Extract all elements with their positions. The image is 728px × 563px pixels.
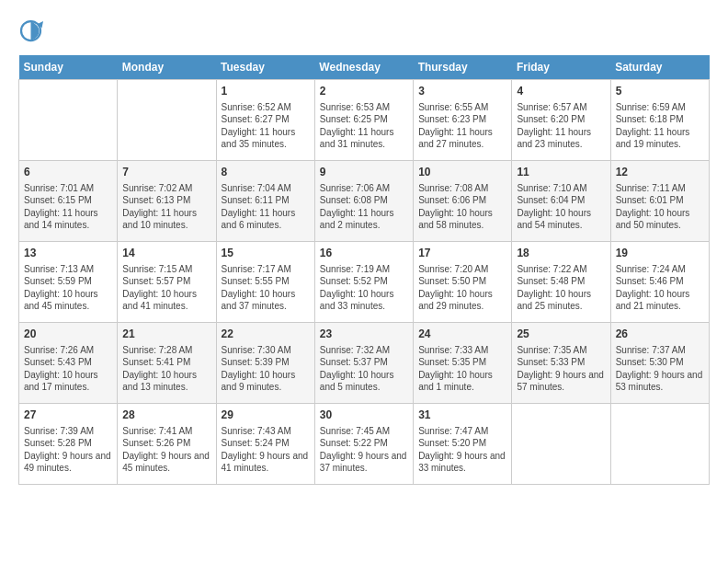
calendar-cell: 1Sunrise: 6:52 AM Sunset: 6:27 PM Daylig… [216, 80, 314, 161]
day-info: Sunrise: 7:37 AM Sunset: 5:30 PM Dayligh… [616, 344, 704, 394]
day-info: Sunrise: 7:06 AM Sunset: 6:08 PM Dayligh… [320, 182, 408, 232]
day-info: Sunrise: 7:35 AM Sunset: 5:33 PM Dayligh… [517, 344, 605, 394]
day-number: 30 [320, 408, 408, 423]
calendar-cell: 7Sunrise: 7:02 AM Sunset: 6:13 PM Daylig… [118, 161, 216, 242]
calendar-cell: 23Sunrise: 7:32 AM Sunset: 5:37 PM Dayli… [314, 323, 413, 404]
day-number: 24 [418, 327, 506, 342]
day-number: 18 [517, 246, 605, 261]
weekday-header-friday: Friday [512, 55, 610, 80]
day-number: 7 [122, 165, 210, 180]
day-number: 27 [24, 408, 112, 423]
day-number: 4 [517, 84, 605, 99]
day-info: Sunrise: 7:10 AM Sunset: 6:04 PM Dayligh… [517, 182, 605, 232]
calendar-week-row: 13Sunrise: 7:13 AM Sunset: 5:59 PM Dayli… [19, 242, 710, 323]
calendar-week-row: 27Sunrise: 7:39 AM Sunset: 5:28 PM Dayli… [19, 404, 710, 485]
day-number: 26 [616, 327, 704, 342]
weekday-header-tuesday: Tuesday [216, 55, 314, 80]
page-header [18, 18, 710, 46]
day-number: 13 [24, 246, 112, 261]
day-number: 2 [320, 84, 408, 99]
day-info: Sunrise: 7:04 AM Sunset: 6:11 PM Dayligh… [222, 182, 310, 232]
logo [18, 18, 50, 46]
calendar-cell: 14Sunrise: 7:15 AM Sunset: 5:57 PM Dayli… [118, 242, 216, 323]
day-info: Sunrise: 7:11 AM Sunset: 6:01 PM Dayligh… [616, 182, 704, 232]
calendar-cell: 5Sunrise: 6:59 AM Sunset: 6:18 PM Daylig… [610, 80, 709, 161]
day-info: Sunrise: 7:24 AM Sunset: 5:46 PM Dayligh… [616, 263, 704, 313]
day-number: 8 [222, 165, 310, 180]
day-info: Sunrise: 7:02 AM Sunset: 6:13 PM Dayligh… [122, 182, 210, 232]
calendar-cell: 15Sunrise: 7:17 AM Sunset: 5:55 PM Dayli… [216, 242, 314, 323]
weekday-header-thursday: Thursday [414, 55, 512, 80]
calendar-cell [610, 404, 709, 485]
day-info: Sunrise: 7:41 AM Sunset: 5:26 PM Dayligh… [122, 425, 210, 475]
calendar-cell: 11Sunrise: 7:10 AM Sunset: 6:04 PM Dayli… [512, 161, 610, 242]
day-number: 29 [222, 408, 310, 423]
calendar-cell: 24Sunrise: 7:33 AM Sunset: 5:35 PM Dayli… [414, 323, 512, 404]
day-info: Sunrise: 7:15 AM Sunset: 5:57 PM Dayligh… [122, 263, 210, 313]
day-number: 3 [418, 84, 506, 99]
day-info: Sunrise: 7:47 AM Sunset: 5:20 PM Dayligh… [418, 425, 506, 475]
calendar-cell: 10Sunrise: 7:08 AM Sunset: 6:06 PM Dayli… [414, 161, 512, 242]
calendar-cell [118, 80, 216, 161]
calendar-cell [19, 80, 118, 161]
weekday-header-monday: Monday [118, 55, 216, 80]
calendar-cell: 22Sunrise: 7:30 AM Sunset: 5:39 PM Dayli… [216, 323, 314, 404]
day-number: 19 [616, 246, 704, 261]
day-info: Sunrise: 7:33 AM Sunset: 5:35 PM Dayligh… [418, 344, 506, 394]
day-info: Sunrise: 7:19 AM Sunset: 5:52 PM Dayligh… [320, 263, 408, 313]
day-info: Sunrise: 7:13 AM Sunset: 5:59 PM Dayligh… [24, 263, 112, 313]
calendar-table: SundayMondayTuesdayWednesdayThursdayFrid… [18, 55, 710, 485]
day-info: Sunrise: 6:53 AM Sunset: 6:25 PM Dayligh… [320, 101, 408, 151]
day-number: 23 [320, 327, 408, 342]
day-number: 21 [122, 327, 210, 342]
day-number: 31 [418, 408, 506, 423]
day-number: 11 [517, 165, 605, 180]
calendar-cell: 26Sunrise: 7:37 AM Sunset: 5:30 PM Dayli… [610, 323, 709, 404]
day-info: Sunrise: 6:52 AM Sunset: 6:27 PM Dayligh… [222, 101, 310, 151]
day-number: 10 [418, 165, 506, 180]
calendar-cell: 28Sunrise: 7:41 AM Sunset: 5:26 PM Dayli… [118, 404, 216, 485]
day-number: 12 [616, 165, 704, 180]
day-number: 28 [122, 408, 210, 423]
day-info: Sunrise: 7:22 AM Sunset: 5:48 PM Dayligh… [517, 263, 605, 313]
calendar-body: 1Sunrise: 6:52 AM Sunset: 6:27 PM Daylig… [19, 80, 710, 485]
day-info: Sunrise: 7:17 AM Sunset: 5:55 PM Dayligh… [222, 263, 310, 313]
day-number: 22 [222, 327, 310, 342]
calendar-week-row: 20Sunrise: 7:26 AM Sunset: 5:43 PM Dayli… [19, 323, 710, 404]
calendar-cell: 17Sunrise: 7:20 AM Sunset: 5:50 PM Dayli… [414, 242, 512, 323]
day-info: Sunrise: 7:28 AM Sunset: 5:41 PM Dayligh… [122, 344, 210, 394]
calendar-cell: 13Sunrise: 7:13 AM Sunset: 5:59 PM Dayli… [19, 242, 118, 323]
day-number: 6 [24, 165, 112, 180]
calendar-cell: 21Sunrise: 7:28 AM Sunset: 5:41 PM Dayli… [118, 323, 216, 404]
calendar-cell: 12Sunrise: 7:11 AM Sunset: 6:01 PM Dayli… [610, 161, 709, 242]
calendar-cell: 16Sunrise: 7:19 AM Sunset: 5:52 PM Dayli… [314, 242, 413, 323]
calendar-cell: 3Sunrise: 6:55 AM Sunset: 6:23 PM Daylig… [414, 80, 512, 161]
day-number: 25 [517, 327, 605, 342]
calendar-cell: 6Sunrise: 7:01 AM Sunset: 6:15 PM Daylig… [19, 161, 118, 242]
calendar-cell: 20Sunrise: 7:26 AM Sunset: 5:43 PM Dayli… [19, 323, 118, 404]
weekday-header-saturday: Saturday [610, 55, 709, 80]
day-number: 16 [320, 246, 408, 261]
day-number: 14 [122, 246, 210, 261]
calendar-cell [512, 404, 610, 485]
day-number: 9 [320, 165, 408, 180]
day-info: Sunrise: 6:55 AM Sunset: 6:23 PM Dayligh… [418, 101, 506, 151]
day-info: Sunrise: 7:39 AM Sunset: 5:28 PM Dayligh… [24, 425, 112, 475]
weekday-header-wednesday: Wednesday [314, 55, 413, 80]
logo-icon [18, 18, 46, 46]
day-info: Sunrise: 6:59 AM Sunset: 6:18 PM Dayligh… [616, 101, 704, 151]
weekday-header-sunday: Sunday [19, 55, 118, 80]
day-info: Sunrise: 6:57 AM Sunset: 6:20 PM Dayligh… [517, 101, 605, 151]
day-info: Sunrise: 7:08 AM Sunset: 6:06 PM Dayligh… [418, 182, 506, 232]
day-number: 1 [222, 84, 310, 99]
calendar-cell: 31Sunrise: 7:47 AM Sunset: 5:20 PM Dayli… [414, 404, 512, 485]
calendar-week-row: 1Sunrise: 6:52 AM Sunset: 6:27 PM Daylig… [19, 80, 710, 161]
day-info: Sunrise: 7:01 AM Sunset: 6:15 PM Dayligh… [24, 182, 112, 232]
calendar-cell: 25Sunrise: 7:35 AM Sunset: 5:33 PM Dayli… [512, 323, 610, 404]
day-info: Sunrise: 7:43 AM Sunset: 5:24 PM Dayligh… [222, 425, 310, 475]
calendar-cell: 8Sunrise: 7:04 AM Sunset: 6:11 PM Daylig… [216, 161, 314, 242]
calendar-cell: 29Sunrise: 7:43 AM Sunset: 5:24 PM Dayli… [216, 404, 314, 485]
calendar-cell: 4Sunrise: 6:57 AM Sunset: 6:20 PM Daylig… [512, 80, 610, 161]
day-info: Sunrise: 7:32 AM Sunset: 5:37 PM Dayligh… [320, 344, 408, 394]
calendar-cell: 9Sunrise: 7:06 AM Sunset: 6:08 PM Daylig… [314, 161, 413, 242]
